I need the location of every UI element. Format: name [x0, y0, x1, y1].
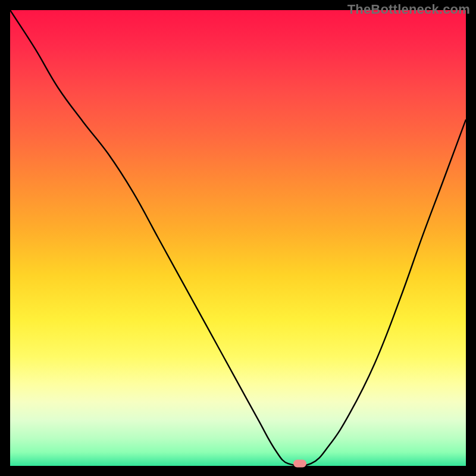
optimal-marker	[293, 460, 306, 468]
bottleneck-curve	[10, 10, 466, 466]
plot-area	[10, 10, 466, 466]
chart-frame: TheBottleneck.com	[0, 0, 476, 476]
